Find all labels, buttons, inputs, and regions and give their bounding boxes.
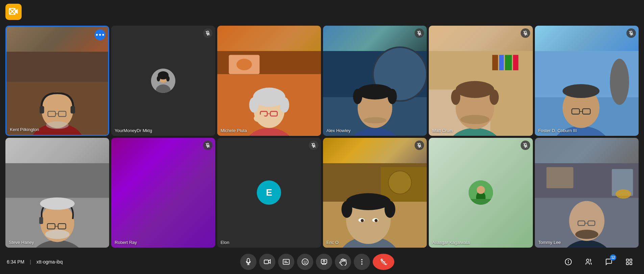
participant-name-tommy: Tommy Lee — [538, 240, 561, 245]
svg-rect-80 — [39, 217, 43, 224]
svg-point-128 — [361, 264, 363, 265]
svg-rect-74 — [5, 163, 109, 198]
tile-robert[interactable]: Robert Ray — [111, 138, 215, 248]
tile-yourmoneydr[interactable]: YourMoneyDr Mktg — [111, 26, 215, 136]
svg-point-98 — [375, 219, 378, 222]
mute-icon-foster — [626, 28, 636, 38]
svg-rect-118 — [283, 259, 289, 265]
svg-point-60 — [490, 90, 499, 105]
participant-name-erice: Eric O — [326, 240, 339, 245]
divider: | — [30, 259, 31, 265]
svg-point-28 — [237, 59, 252, 70]
sidebar-buttons: 12 — [560, 254, 637, 270]
tile-erice[interactable]: Eric O — [323, 138, 427, 248]
mute-icon-robert — [203, 141, 213, 150]
tile-michele[interactable]: Michele Pluta — [217, 26, 321, 136]
svg-rect-5 — [6, 52, 108, 82]
svg-rect-136 — [626, 263, 628, 265]
mute-icon-elon — [309, 141, 318, 150]
svg-rect-54 — [513, 55, 519, 70]
svg-rect-107 — [546, 167, 573, 188]
svg-point-45 — [388, 89, 397, 104]
svg-point-46 — [364, 117, 387, 123]
info-button[interactable] — [560, 254, 576, 270]
camera-button[interactable] — [259, 254, 275, 270]
svg-point-82 — [45, 230, 70, 239]
video-grid: Kent Pilkington YourMoneyDr Mktg — [0, 24, 644, 250]
svg-point-15 — [99, 34, 101, 35]
svg-rect-12 — [71, 106, 75, 114]
people-button[interactable] — [580, 254, 597, 270]
tile-alex[interactable]: Alex Howley — [323, 26, 427, 136]
meeting-code: xtt-ogma-ibq — [36, 259, 63, 265]
svg-point-81 — [40, 197, 74, 209]
svg-point-89 — [389, 171, 412, 194]
svg-point-109 — [616, 189, 631, 198]
participant-name-matt: Matt Crum — [432, 128, 453, 133]
svg-point-43 — [357, 84, 393, 100]
more-options-icon[interactable] — [95, 29, 105, 40]
participant-name-foster: Foster D. Coburn III — [538, 128, 577, 133]
more-options-button[interactable] — [354, 254, 370, 270]
svg-point-16 — [102, 34, 104, 35]
participant-name-steve: Steve Haney — [9, 240, 34, 245]
svg-rect-134 — [626, 259, 628, 261]
svg-rect-53 — [505, 55, 512, 70]
svg-point-123 — [305, 261, 306, 262]
svg-point-102 — [477, 186, 485, 194]
top-bar — [0, 0, 644, 24]
app-icon — [5, 4, 22, 20]
svg-point-14 — [96, 34, 98, 35]
meeting-info: 6:34 PM | xtt-ogma-ibq — [7, 259, 74, 265]
chat-button[interactable]: 12 — [601, 254, 617, 270]
participant-name-yourmoneydr: YourMoneyDr Mktg — [115, 128, 152, 133]
mute-icon-erice — [415, 141, 424, 150]
svg-point-121 — [302, 259, 308, 265]
chat-badge: 12 — [610, 254, 616, 260]
tile-matt[interactable]: Matt Crum — [429, 26, 532, 136]
svg-point-22 — [157, 76, 160, 81]
participant-name-aliasgar: Aliasgar Kagalwala — [432, 240, 470, 245]
svg-point-44 — [353, 89, 362, 104]
activities-button[interactable] — [621, 254, 637, 270]
end-call-button[interactable] — [373, 254, 394, 270]
svg-point-65 — [610, 59, 629, 105]
svg-point-97 — [361, 219, 364, 222]
svg-point-92 — [346, 193, 391, 210]
tile-foster[interactable]: Foster D. Coburn III — [535, 26, 639, 136]
present-button[interactable] — [316, 254, 332, 270]
svg-point-57 — [461, 115, 490, 124]
tile-aliasgar[interactable]: Aliasgar Kagalwala — [429, 138, 532, 248]
tile-steve[interactable]: Steve Haney — [5, 138, 109, 248]
svg-rect-137 — [630, 263, 632, 265]
raise-hand-button[interactable] — [335, 254, 351, 270]
emoji-button[interactable] — [297, 254, 313, 270]
svg-point-122 — [304, 261, 305, 262]
svg-rect-11 — [40, 106, 44, 114]
svg-rect-135 — [630, 259, 632, 261]
participant-name-kent: Kent Pilkington — [10, 127, 39, 132]
svg-point-133 — [587, 259, 589, 261]
svg-point-126 — [361, 259, 363, 260]
microphone-button[interactable] — [240, 254, 256, 270]
svg-rect-52 — [499, 55, 504, 70]
mute-icon-matt — [521, 28, 530, 38]
mute-icon-yourmoneydr — [203, 28, 213, 38]
svg-point-36 — [280, 97, 289, 113]
svg-point-13 — [46, 121, 69, 129]
svg-point-37 — [254, 115, 265, 122]
svg-point-127 — [361, 261, 363, 263]
svg-point-59 — [451, 90, 460, 105]
captions-button[interactable] — [278, 254, 294, 270]
participant-name-robert: Robert Ray — [115, 240, 137, 245]
svg-point-58 — [456, 81, 494, 98]
svg-point-35 — [249, 97, 258, 113]
svg-rect-116 — [264, 260, 269, 264]
tile-tommy[interactable]: Tommy Lee — [535, 138, 639, 248]
tile-kent[interactable]: Kent Pilkington — [5, 26, 109, 136]
svg-point-112 — [575, 229, 598, 239]
mute-icon-aliasgar — [521, 141, 530, 150]
svg-rect-103 — [469, 199, 493, 205]
participant-name-elon: Elon — [221, 240, 229, 245]
tile-elon[interactable]: E Elon — [217, 138, 321, 248]
